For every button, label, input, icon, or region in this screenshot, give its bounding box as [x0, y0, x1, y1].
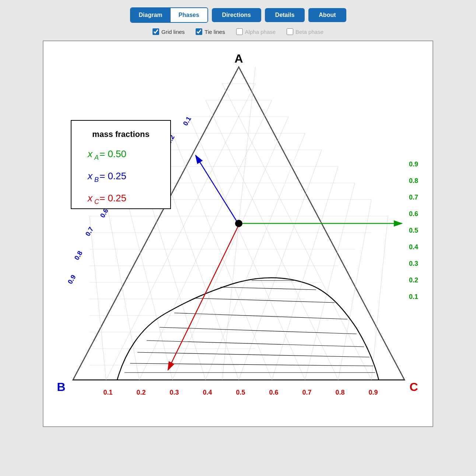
svg-text:0.3: 0.3: [409, 260, 418, 267]
svg-line-26: [123, 183, 172, 380]
svg-line-38: [371, 216, 388, 380]
svg-line-41: [137, 352, 370, 357]
xC-value: = 0.25: [99, 193, 126, 204]
beta-phase-checkbox-label[interactable]: Beta phase: [287, 28, 323, 35]
svg-text:0.6: 0.6: [409, 210, 418, 218]
beta-phase-checkbox[interactable]: [287, 28, 293, 35]
directions-button[interactable]: Directions: [212, 8, 261, 22]
tie-lines-checkbox-label[interactable]: Tie lines: [196, 28, 225, 35]
svg-text:0.2: 0.2: [136, 389, 146, 396]
grid-lines-label: Grid lines: [161, 29, 185, 35]
svg-text:0.4: 0.4: [409, 243, 418, 251]
xB-value: = 0.25: [99, 170, 126, 181]
svg-line-35: [272, 166, 338, 380]
svg-text:0.3: 0.3: [169, 389, 179, 396]
svg-text:0.1: 0.1: [182, 115, 193, 127]
svg-line-40: [130, 363, 373, 366]
svg-text:0.2: 0.2: [409, 276, 418, 284]
diagram-button[interactable]: Diagram: [131, 8, 171, 22]
svg-line-20: [222, 84, 371, 380]
alpha-phase-label: Alpha phase: [245, 29, 276, 35]
red-axis-labels: 0.1 0.2 0.3 0.4 0.5 0.6 0.7 0.8 0.9: [103, 389, 378, 396]
svg-text:0.7: 0.7: [302, 389, 311, 396]
svg-line-21: [206, 100, 338, 380]
svg-line-29: [73, 67, 239, 380]
checkbox-controls: Grid lines Tie lines Alpha phase Beta ph…: [153, 28, 323, 35]
current-point[interactable]: [235, 220, 242, 227]
svg-text:0.7: 0.7: [409, 194, 418, 201]
xC-label: x: [87, 193, 93, 204]
svg-text:0.8: 0.8: [73, 250, 84, 261]
alpha-phase-checkbox[interactable]: [236, 28, 243, 35]
svg-text:0.9: 0.9: [66, 274, 77, 285]
xB-label: x: [87, 170, 93, 181]
tie-lines-label: Tie lines: [204, 29, 225, 35]
svg-text:0.1: 0.1: [409, 293, 418, 300]
svg-line-42: [147, 341, 364, 347]
svg-line-46: [220, 287, 316, 290]
svg-line-33: [206, 133, 305, 380]
ternary-diagram-container: A B C 0.9 0.8 0.7 0.6 0.5 0.4 0.3 0.2 0.…: [43, 40, 433, 427]
diagram-phases-toggle: Diagram Phases: [130, 7, 208, 23]
ternary-diagram-svg[interactable]: A B C 0.9 0.8 0.7 0.6 0.5 0.4 0.3 0.2 0.…: [51, 49, 427, 417]
svg-text:0.5: 0.5: [409, 227, 418, 234]
svg-line-27: [106, 200, 139, 380]
svg-text:0.8: 0.8: [409, 177, 418, 184]
vertex-b-label: B: [57, 380, 65, 394]
svg-text:0.4: 0.4: [203, 389, 212, 396]
svg-text:0.7: 0.7: [84, 226, 95, 237]
top-navigation: Diagram Phases Directions Details About: [130, 7, 346, 23]
grid-lines-checkbox-label[interactable]: Grid lines: [153, 28, 185, 35]
phases-button[interactable]: Phases: [171, 8, 207, 22]
svg-line-43: [160, 327, 357, 334]
alpha-phase-checkbox-label[interactable]: Alpha phase: [236, 28, 276, 35]
tie-lines: [125, 281, 375, 373]
vertex-a-label: A: [234, 52, 243, 65]
svg-text:0.1: 0.1: [103, 389, 112, 396]
tie-lines-checkbox[interactable]: [196, 28, 202, 35]
svg-line-28: [90, 216, 106, 380]
svg-text:0.8: 0.8: [335, 389, 344, 396]
svg-line-36: [305, 183, 355, 380]
xB-sub: B: [94, 176, 99, 183]
green-axis-labels: 0.9 0.8 0.7 0.6 0.5 0.4 0.3 0.2 0.1: [409, 161, 418, 300]
svg-text:0.5: 0.5: [236, 389, 245, 396]
beta-phase-label: Beta phase: [295, 29, 323, 35]
xA-sub: A: [94, 154, 99, 161]
svg-line-22: [189, 117, 305, 380]
xC-sub: C: [94, 198, 99, 205]
xA-label: x: [87, 148, 93, 159]
details-button[interactable]: Details: [265, 8, 305, 22]
svg-text:0.9: 0.9: [368, 389, 378, 396]
svg-text:0.6: 0.6: [269, 389, 278, 396]
mass-fractions-title: mass fractions: [92, 130, 149, 139]
blue-arrow: [196, 155, 238, 223]
vertex-c-label: C: [409, 380, 418, 394]
xA-value: = 0.50: [99, 148, 126, 159]
about-button[interactable]: About: [308, 8, 346, 22]
svg-line-32: [172, 117, 288, 380]
svg-text:0.9: 0.9: [409, 161, 418, 168]
grid-lines-checkbox[interactable]: [153, 28, 159, 35]
svg-line-37: [338, 200, 371, 380]
